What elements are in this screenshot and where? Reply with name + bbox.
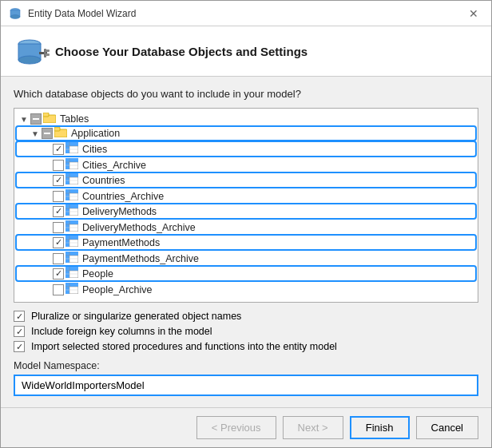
table-icon-delivery-methods-archive — [65, 220, 78, 234]
checkbox-cities-archive[interactable] — [53, 160, 64, 171]
title-bar-left: Entity Data Model Wizard — [9, 7, 136, 20]
table-icon-countries — [65, 173, 78, 187]
table-icon-payment-methods — [65, 236, 78, 249]
svg-point-2 — [10, 14, 20, 18]
folder-icon-tables-root — [43, 113, 56, 125]
tree-item-people[interactable]: People — [16, 266, 476, 281]
checkbox-countries-archive[interactable] — [53, 191, 64, 202]
namespace-section: Model Namespace: — [14, 360, 478, 396]
footer: < Previous Next > Finish Cancel — [1, 407, 491, 447]
label-people: People — [82, 268, 113, 280]
label-cities-archive: Cities_Archive — [82, 160, 146, 171]
options-section: Pluralize or singularize generated objec… — [14, 311, 478, 352]
title-bar: Entity Data Model Wizard ✕ — [1, 1, 491, 26]
svg-rect-70 — [65, 283, 69, 294]
table-icon-people — [65, 267, 78, 280]
title-icon — [9, 7, 22, 20]
label-payment-methods-archive: PaymentMethods_Archive — [82, 253, 199, 264]
option-checkbox-foreign-keys[interactable] — [14, 326, 25, 337]
main-content: Which database objects do you want to in… — [1, 77, 491, 407]
next-button[interactable]: Next > — [283, 416, 343, 439]
svg-rect-40 — [65, 204, 69, 216]
expand-icon-application[interactable]: ▼ — [30, 129, 40, 138]
tree-item-application[interactable]: ▼ Application — [16, 126, 476, 141]
checkbox-payment-methods-archive[interactable] — [53, 253, 64, 264]
svg-rect-58 — [65, 252, 69, 263]
namespace-label: Model Namespace: — [14, 360, 478, 371]
tree-item-payment-methods[interactable]: PaymentMethods — [16, 235, 476, 250]
header-title: Choose Your Database Objects and Setting… — [55, 45, 308, 58]
svg-rect-11 — [43, 113, 49, 117]
checkbox-payment-methods[interactable] — [53, 237, 64, 248]
tree-item-cities-archive[interactable]: Cities_Archive — [16, 157, 476, 172]
label-delivery-methods-archive: DeliveryMethods_Archive — [82, 222, 196, 233]
tree-item-tables-root[interactable]: ▼ Tables — [16, 112, 476, 126]
table-icon-delivery-methods — [65, 204, 78, 218]
label-tables-root: Tables — [60, 113, 89, 125]
cancel-button[interactable]: Cancel — [416, 416, 478, 439]
svg-rect-64 — [65, 267, 69, 278]
svg-rect-46 — [65, 220, 69, 232]
dialog-title: Entity Data Model Wizard — [28, 8, 136, 19]
finish-button[interactable]: Finish — [350, 416, 410, 439]
svg-rect-52 — [65, 236, 69, 247]
label-application: Application — [71, 128, 120, 139]
checkbox-countries[interactable] — [53, 175, 64, 186]
question-label: Which database objects do you want to in… — [14, 88, 478, 100]
tree-container[interactable]: ▼ Tables▼ Application Cities Cities_Arch… — [14, 108, 478, 303]
checkbox-tables-root[interactable] — [30, 113, 42, 125]
label-delivery-methods: DeliveryMethods — [82, 206, 157, 217]
folder-icon-application — [54, 127, 67, 140]
checkbox-delivery-methods[interactable] — [53, 206, 64, 217]
dialog-window: Entity Data Model Wizard ✕ Choose Your D… — [0, 0, 492, 448]
svg-point-5 — [18, 56, 41, 64]
namespace-input[interactable] — [14, 375, 478, 396]
tree-item-countries[interactable]: Countries — [16, 172, 476, 188]
tree-item-people-archive[interactable]: People_Archive — [16, 282, 476, 297]
svg-rect-16 — [65, 142, 69, 153]
svg-rect-8 — [46, 50, 50, 52]
table-icon-cities — [65, 142, 78, 156]
svg-rect-9 — [46, 54, 50, 56]
close-button[interactable]: ✕ — [464, 6, 483, 22]
option-label-pluralize: Pluralize or singularize generated objec… — [31, 311, 241, 322]
checkbox-cities[interactable] — [53, 144, 64, 155]
svg-rect-13 — [54, 127, 60, 131]
label-people-archive: People_Archive — [82, 284, 153, 295]
table-icon-payment-methods-archive — [65, 252, 78, 265]
header-section: Choose Your Database Objects and Setting… — [1, 26, 491, 77]
table-icon-countries-archive — [65, 189, 78, 203]
checkbox-delivery-methods-archive[interactable] — [53, 222, 64, 233]
tree-item-delivery-methods-archive[interactable]: DeliveryMethods_Archive — [16, 220, 476, 235]
option-label-foreign-keys: Include foreign key columns in the model — [31, 326, 212, 337]
option-row-foreign-keys: Include foreign key columns in the model — [14, 326, 478, 337]
checkbox-people-archive[interactable] — [53, 284, 64, 295]
checkbox-people[interactable] — [53, 268, 64, 280]
option-checkbox-stored-procs[interactable] — [14, 341, 25, 352]
option-row-pluralize: Pluralize or singularize generated objec… — [14, 311, 478, 322]
checkbox-application[interactable] — [42, 128, 53, 139]
option-checkbox-pluralize[interactable] — [14, 311, 25, 322]
tree-item-cities[interactable]: Cities — [16, 141, 476, 157]
option-row-stored-procs: Import selected stored procedures and fu… — [14, 341, 478, 352]
table-icon-people-archive — [65, 283, 78, 296]
label-countries-archive: Countries_Archive — [82, 191, 164, 202]
option-label-stored-procs: Import selected stored procedures and fu… — [31, 341, 337, 352]
svg-rect-22 — [65, 158, 69, 169]
table-icon-cities-archive — [65, 158, 78, 172]
database-icon — [14, 36, 44, 66]
tree-item-payment-methods-archive[interactable]: PaymentMethods_Archive — [16, 251, 476, 266]
tree-item-delivery-methods[interactable]: DeliveryMethods — [16, 204, 476, 219]
svg-rect-28 — [65, 173, 69, 184]
label-cities: Cities — [82, 144, 107, 155]
previous-button[interactable]: < Previous — [196, 416, 276, 439]
label-payment-methods: PaymentMethods — [82, 237, 160, 248]
svg-rect-34 — [65, 189, 69, 200]
tree-item-countries-archive[interactable]: Countries_Archive — [16, 188, 476, 204]
expand-icon-tables-root[interactable]: ▼ — [19, 115, 29, 124]
label-countries: Countries — [82, 175, 125, 186]
